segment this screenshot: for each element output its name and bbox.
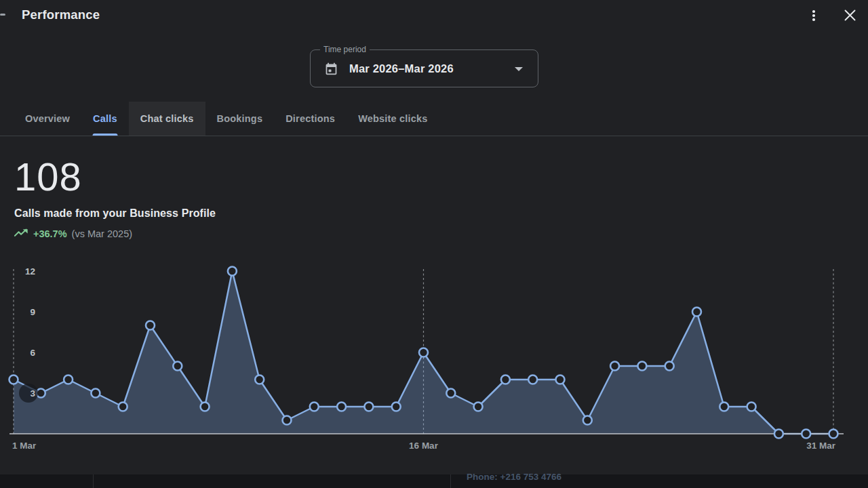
metric-tabs: Overview Calls Chat clicks Bookings Dire… [0,102,868,136]
chart-point[interactable] [747,403,756,411]
delta-comparison: (vs Mar 2025) [72,228,132,239]
chart-point[interactable] [446,389,455,398]
y-axis-tick-label: 12 [25,266,35,277]
chart-point[interactable] [665,362,674,371]
tab-directions[interactable]: Directions [274,102,347,136]
chart-point[interactable] [692,308,701,317]
chart-point[interactable] [228,267,237,276]
performance-modal: Performance Time period Mar 2026–Mar 202… [0,0,868,474]
dropdown-caret-icon [515,67,523,71]
chart-point[interactable] [528,375,537,384]
background-divider [450,474,451,488]
y-axis-tick-label: 9 [30,307,35,317]
y-axis-tick-label: 6 [30,348,35,358]
chart-point[interactable] [255,375,264,384]
x-axis-tick-label: 31 Mar [806,441,836,451]
close-icon[interactable] [842,6,857,24]
chart-point[interactable] [719,403,728,411]
delta-percent: +36.7% [33,228,67,239]
chart-point[interactable] [364,403,373,411]
tab-bookings[interactable]: Bookings [205,102,275,136]
tab-chat-clicks[interactable]: Chat clicks [129,102,205,136]
time-period-value: Mar 2026–Mar 2026 [349,62,454,75]
chart-point[interactable] [9,375,18,384]
chart-point[interactable] [556,375,565,384]
calendar-icon [324,62,338,76]
chart-point[interactable] [119,403,127,411]
tab-calls[interactable]: Calls [81,102,129,136]
time-period-label: Time period [320,45,370,54]
modal-header: Performance [0,0,868,31]
chart-point[interactable] [829,430,838,439]
metric-total: 108 [14,154,82,199]
overflow-menu-icon[interactable] [808,5,819,26]
chart-point[interactable] [610,362,619,371]
chart-point[interactable] [283,416,292,425]
time-period-selector[interactable]: Time period Mar 2026–Mar 2026 [310,49,538,87]
chart-point[interactable] [64,375,73,384]
chart-point[interactable] [91,389,100,398]
calls-chart: 369121 Mar16 Mar31 Mar [0,264,868,458]
tab-website-clicks[interactable]: Website clicks [347,102,439,136]
chart-point[interactable] [419,348,428,357]
chart-point[interactable] [583,416,592,425]
y-axis-tick-label: 3 [30,388,35,399]
x-axis-tick-label: 1 Mar [12,441,37,451]
chart-point[interactable] [337,403,346,411]
chart-point[interactable] [392,403,401,411]
active-tab-underline [92,134,117,136]
chart-point[interactable] [501,375,510,384]
x-axis-tick-label: 16 Mar [409,441,439,451]
metric-description: Calls made from your Business Profile [14,207,216,220]
chart-point[interactable] [201,403,210,411]
chart-point[interactable] [310,403,319,411]
back-arrow-icon[interactable] [0,14,5,16]
page-title: Performance [22,7,100,22]
background-phone-text: Phone: +216 753 4766 [467,472,561,482]
trending-up-icon [14,228,28,239]
chart-point[interactable] [146,321,155,330]
chart-point[interactable] [173,362,182,371]
chart-point[interactable] [774,430,783,439]
trend-row: +36.7% (vs Mar 2025) [14,228,132,239]
chart-point[interactable] [637,362,646,371]
background-divider [93,474,94,488]
background-page-strip: Phone: +216 753 4766 [0,474,868,488]
chart-point[interactable] [802,430,810,439]
chart-point[interactable] [474,403,483,411]
tab-overview[interactable]: Overview [14,102,81,136]
